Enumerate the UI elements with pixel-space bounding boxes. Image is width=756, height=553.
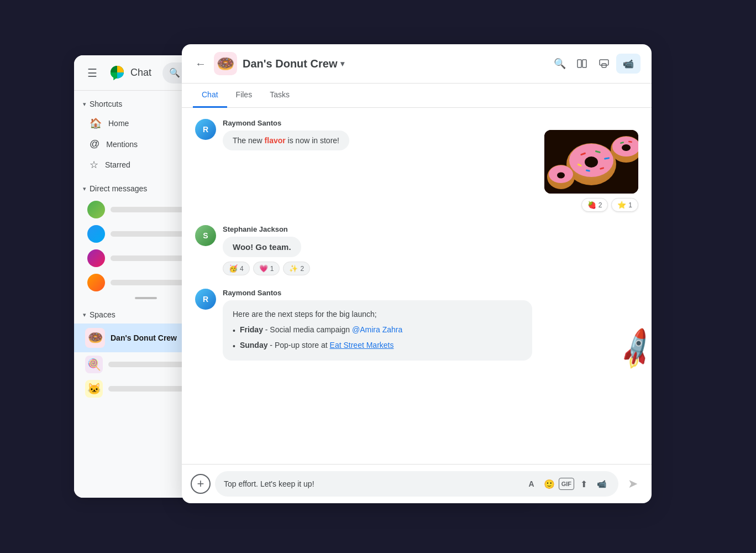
bullet-dot-2: • [233,340,235,353]
mentions-label: Mentions [106,140,138,149]
message-3-intro: Here are the next steps for the big laun… [233,308,522,321]
raymond-sender-name: Raymond Santos [223,119,538,127]
gif-button[interactable]: GIF [559,478,574,490]
message-3-content: Raymond Santos Here are the next steps f… [223,289,638,361]
heart-count: 1 [270,265,274,273]
donut-space-name: Dan's Donut Crew [111,333,177,342]
message-input[interactable] [224,479,519,488]
svg-rect-11 [582,60,586,67]
format-text-button[interactable]: A [523,476,540,492]
dm-scrollbar [135,297,157,299]
search-icon: 🔍 [169,67,180,78]
cat-space-emoji: 🐱 [85,380,103,398]
dm-chevron-icon: ▾ [83,185,86,192]
space-header-title[interactable]: Dan's Donut Crew ▾ [243,58,344,70]
reaction-heart[interactable]: 💗1 [253,262,280,275]
svg-rect-10 [578,60,581,67]
back-button[interactable]: ← [193,55,208,72]
mentions-icon: @ [90,138,99,150]
svg-point-18 [585,156,598,168]
stephanie-sender-name: Stephanie Jackson [223,225,638,233]
message-1-content: Raymond Santos The new flavor is now in … [223,119,538,150]
tab-files[interactable]: Files [227,84,261,107]
menu-icon[interactable]: ☰ [83,62,102,84]
amira-mention[interactable]: @Amira Zahra [352,325,402,334]
svg-point-27 [622,144,631,151]
shortcuts-chevron-icon: ▾ [83,101,86,108]
input-area: + A 🙂 GIF ⬆ 📹 ➤ [182,464,652,503]
message-input-container: A 🙂 GIF ⬆ 📹 [215,471,618,497]
raymond-sender-name-2: Raymond Santos [223,289,638,297]
message-group-3: R Raymond Santos Here are the next steps… [195,289,638,361]
thread-icon [599,58,610,69]
reaction-strawberry[interactable]: 🍓2 [581,198,608,212]
home-label: Home [108,119,129,128]
svg-rect-12 [600,60,608,65]
eat-street-link[interactable]: Eat Street Markets [330,341,394,349]
split-view-icon [576,58,587,69]
dm-avatar-2 [87,225,105,243]
tab-tasks[interactable]: Tasks [261,84,298,107]
app-title: Chat [130,67,151,79]
add-attachment-button[interactable]: + [191,474,211,494]
reaction-party[interactable]: 🥳4 [223,262,250,275]
flavor-highlight: flavor [265,136,286,145]
raymond-avatar: R [195,119,216,140]
svg-point-32 [557,173,565,179]
reaction-sparkle[interactable]: ✨2 [283,262,310,275]
bullet-dot-1: • [233,325,235,338]
message-2-bubble: Woo! Go team. [223,237,301,257]
header-actions: 🔍 📹 [550,54,641,74]
dm-avatar-1 [87,201,105,218]
space-header-name: Dan's Donut Crew [243,58,337,70]
bullet-sunday: • Sunday - Pop-up store at Eat Street Ma… [233,339,522,353]
logo-area: Chat [108,64,151,82]
reaction-star[interactable]: ⭐1 [611,198,638,212]
space-header-emoji: 🍩 [214,52,237,75]
search-chat-button[interactable]: 🔍 [550,54,570,74]
message-group-2: S Stephanie Jackson Woo! Go team. 🥳4 💗1 … [195,225,638,275]
candy-space-emoji: 🍭 [85,356,103,373]
message-2-content: Stephanie Jackson Woo! Go team. 🥳4 💗1 ✨2 [223,225,638,275]
home-icon: 🏠 [90,117,102,129]
starred-icon: ☆ [90,159,98,171]
dm-avatar-3 [87,249,105,267]
dm-label: Direct messages [90,184,147,193]
spaces-label: Spaces [90,310,116,319]
thread-button[interactable] [594,54,614,74]
donut-image-svg [544,130,638,194]
upload-button[interactable]: ⬆ [575,476,592,492]
bullet-friday: • Friday - Social media campaign @Amira … [233,324,522,338]
stephanie-avatar: S [195,225,216,246]
emoji-button[interactable]: 🙂 [541,476,558,492]
message-1-bubble: The new flavor is now in store! [223,131,349,150]
dm-avatar-4 [87,274,105,291]
message-3-bubble: Here are the next steps for the big laun… [223,300,532,361]
starred-label: Starred [105,160,130,169]
spaces-chevron-icon: ▾ [83,311,86,319]
space-dropdown-chevron-icon: ▾ [340,59,344,68]
send-button[interactable]: ➤ [623,474,643,494]
chat-logo-icon [108,64,126,82]
add-widget-button[interactable]: 📹 [593,476,610,492]
party-count: 4 [240,265,244,273]
chat-tabs: Chat Files Tasks [182,84,652,108]
raymond-avatar-2: R [195,289,216,310]
friday-label: Friday [240,325,263,334]
message-2-reactions: 🥳4 💗1 ✨2 [223,262,638,275]
split-view-button[interactable] [572,54,592,74]
message-group-1: R Raymond Santos The new flavor is now i… [195,119,638,212]
chat-header: ← 🍩 Dan's Donut Crew ▾ 🔍 [182,44,652,84]
sparkle-count: 2 [300,265,304,273]
gif-label: GIF [561,481,571,487]
message-1-right-reactions: 🍓2 ⭐1 [544,130,638,212]
video-call-button[interactable]: 📹 [616,54,641,74]
tab-chat[interactable]: Chat [193,84,227,108]
input-actions: A 🙂 GIF ⬆ 📹 [523,476,610,492]
messages-area: R Raymond Santos The new flavor is now i… [182,108,652,464]
strawberry-count: 2 [599,201,602,209]
chat-panel: ← 🍩 Dan's Donut Crew ▾ 🔍 [182,44,652,503]
star-count: 1 [628,201,632,209]
shortcuts-label: Shortcuts [90,100,122,108]
donut-space-emoji: 🍩 [85,328,105,348]
